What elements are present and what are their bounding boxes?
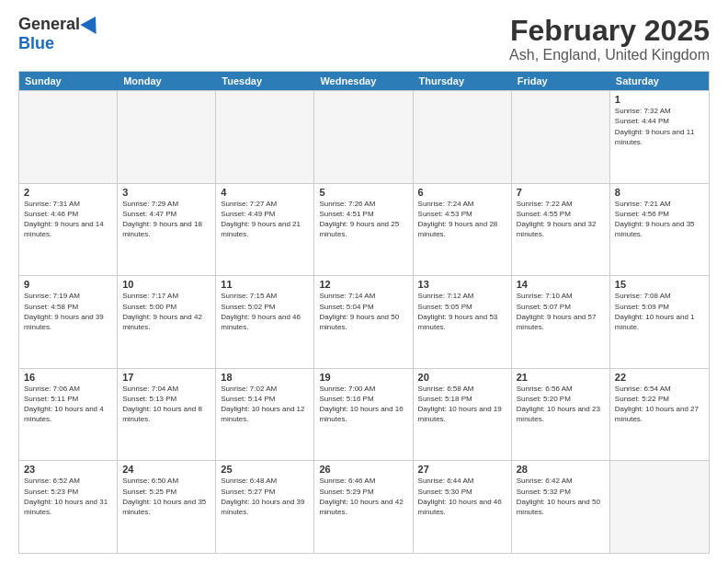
cell-info: Sunrise: 6:44 AM Sunset: 5:30 PM Dayligh… <box>418 476 506 517</box>
calendar-cell: 14Sunrise: 7:10 AM Sunset: 5:07 PM Dayli… <box>512 276 610 368</box>
calendar-cell: 4Sunrise: 7:27 AM Sunset: 4:49 PM Daylig… <box>216 184 314 276</box>
header-day-tuesday: Tuesday <box>216 72 314 90</box>
day-number: 14 <box>517 279 605 290</box>
cell-info: Sunrise: 6:48 AM Sunset: 5:27 PM Dayligh… <box>221 476 309 517</box>
cell-info: Sunrise: 7:14 AM Sunset: 5:04 PM Dayligh… <box>319 291 407 332</box>
page: General Blue February 2025 Ash, England,… <box>0 0 728 563</box>
header-day-sunday: Sunday <box>19 72 118 90</box>
header-day-thursday: Thursday <box>414 72 512 90</box>
day-number: 1 <box>615 94 704 105</box>
calendar-cell: 19Sunrise: 7:00 AM Sunset: 5:16 PM Dayli… <box>314 369 413 461</box>
cell-info: Sunrise: 7:12 AM Sunset: 5:05 PM Dayligh… <box>418 291 506 332</box>
calendar-cell: 17Sunrise: 7:04 AM Sunset: 5:13 PM Dayli… <box>118 369 216 461</box>
header: General Blue February 2025 Ash, England,… <box>18 15 710 63</box>
cell-info: Sunrise: 7:24 AM Sunset: 4:53 PM Dayligh… <box>418 199 506 240</box>
cell-info: Sunrise: 7:21 AM Sunset: 4:56 PM Dayligh… <box>615 199 704 240</box>
day-number: 8 <box>615 187 704 198</box>
calendar-cell: 2Sunrise: 7:31 AM Sunset: 4:46 PM Daylig… <box>19 184 118 276</box>
calendar-row-1: 2Sunrise: 7:31 AM Sunset: 4:46 PM Daylig… <box>19 183 709 276</box>
main-title: February 2025 <box>509 15 710 47</box>
logo-blue: Blue <box>18 34 54 53</box>
day-number: 26 <box>319 464 407 475</box>
day-number: 28 <box>517 464 605 475</box>
day-number: 15 <box>615 279 704 290</box>
cell-info: Sunrise: 6:52 AM Sunset: 5:23 PM Dayligh… <box>24 476 112 517</box>
cell-info: Sunrise: 6:46 AM Sunset: 5:29 PM Dayligh… <box>319 476 407 517</box>
calendar-cell: 15Sunrise: 7:08 AM Sunset: 5:09 PM Dayli… <box>610 276 709 368</box>
day-number: 18 <box>221 372 309 383</box>
cell-info: Sunrise: 7:08 AM Sunset: 5:09 PM Dayligh… <box>615 291 704 332</box>
day-number: 24 <box>122 464 210 475</box>
calendar-cell <box>314 91 413 183</box>
day-number: 13 <box>418 279 506 290</box>
calendar-cell: 8Sunrise: 7:21 AM Sunset: 4:56 PM Daylig… <box>610 184 709 276</box>
day-number: 21 <box>517 372 605 383</box>
day-number: 9 <box>24 279 112 290</box>
calendar-row-3: 16Sunrise: 7:06 AM Sunset: 5:11 PM Dayli… <box>19 368 709 461</box>
day-number: 3 <box>122 187 210 198</box>
calendar-row-2: 9Sunrise: 7:19 AM Sunset: 4:58 PM Daylig… <box>19 275 709 368</box>
cell-info: Sunrise: 7:32 AM Sunset: 4:44 PM Dayligh… <box>615 106 704 147</box>
calendar-cell <box>118 91 216 183</box>
cell-info: Sunrise: 6:58 AM Sunset: 5:18 PM Dayligh… <box>418 384 506 425</box>
cell-info: Sunrise: 7:17 AM Sunset: 5:00 PM Dayligh… <box>122 291 210 332</box>
cell-info: Sunrise: 7:19 AM Sunset: 4:58 PM Dayligh… <box>24 291 112 332</box>
cell-info: Sunrise: 7:27 AM Sunset: 4:49 PM Dayligh… <box>221 199 309 240</box>
calendar-cell: 21Sunrise: 6:56 AM Sunset: 5:20 PM Dayli… <box>512 369 610 461</box>
cell-info: Sunrise: 7:15 AM Sunset: 5:02 PM Dayligh… <box>221 291 309 332</box>
day-number: 17 <box>122 372 210 383</box>
calendar-cell: 23Sunrise: 6:52 AM Sunset: 5:23 PM Dayli… <box>19 461 118 553</box>
cell-info: Sunrise: 7:06 AM Sunset: 5:11 PM Dayligh… <box>24 384 112 425</box>
cell-info: Sunrise: 6:50 AM Sunset: 5:25 PM Dayligh… <box>122 476 210 517</box>
calendar-cell: 12Sunrise: 7:14 AM Sunset: 5:04 PM Dayli… <box>314 276 413 368</box>
day-number: 16 <box>24 372 112 383</box>
calendar-cell: 27Sunrise: 6:44 AM Sunset: 5:30 PM Dayli… <box>414 461 512 553</box>
calendar-body: 1Sunrise: 7:32 AM Sunset: 4:44 PM Daylig… <box>19 90 709 553</box>
day-number: 12 <box>319 279 407 290</box>
logo-triangle-icon <box>80 12 103 34</box>
calendar-cell <box>19 91 118 183</box>
day-number: 23 <box>24 464 112 475</box>
calendar-cell: 6Sunrise: 7:24 AM Sunset: 4:53 PM Daylig… <box>414 184 512 276</box>
calendar-cell <box>414 91 512 183</box>
calendar-cell <box>216 91 314 183</box>
calendar-cell: 1Sunrise: 7:32 AM Sunset: 4:44 PM Daylig… <box>610 91 709 183</box>
calendar-cell: 10Sunrise: 7:17 AM Sunset: 5:00 PM Dayli… <box>118 276 216 368</box>
cell-info: Sunrise: 7:10 AM Sunset: 5:07 PM Dayligh… <box>517 291 605 332</box>
calendar-cell: 18Sunrise: 7:02 AM Sunset: 5:14 PM Dayli… <box>216 369 314 461</box>
calendar: SundayMondayTuesdayWednesdayThursdayFrid… <box>18 71 710 554</box>
calendar-header: SundayMondayTuesdayWednesdayThursdayFrid… <box>19 72 709 90</box>
calendar-cell: 22Sunrise: 6:54 AM Sunset: 5:22 PM Dayli… <box>610 369 709 461</box>
day-number: 10 <box>122 279 210 290</box>
day-number: 6 <box>418 187 506 198</box>
calendar-cell: 28Sunrise: 6:42 AM Sunset: 5:32 PM Dayli… <box>512 461 610 553</box>
cell-info: Sunrise: 7:29 AM Sunset: 4:47 PM Dayligh… <box>122 199 210 240</box>
calendar-row-0: 1Sunrise: 7:32 AM Sunset: 4:44 PM Daylig… <box>19 90 709 183</box>
calendar-cell: 20Sunrise: 6:58 AM Sunset: 5:18 PM Dayli… <box>414 369 512 461</box>
cell-info: Sunrise: 7:26 AM Sunset: 4:51 PM Dayligh… <box>319 199 407 240</box>
calendar-cell: 11Sunrise: 7:15 AM Sunset: 5:02 PM Dayli… <box>216 276 314 368</box>
calendar-cell: 24Sunrise: 6:50 AM Sunset: 5:25 PM Dayli… <box>118 461 216 553</box>
calendar-cell <box>512 91 610 183</box>
header-day-friday: Friday <box>512 72 610 90</box>
logo: General Blue <box>18 15 101 53</box>
day-number: 7 <box>517 187 605 198</box>
day-number: 4 <box>221 187 309 198</box>
cell-info: Sunrise: 7:22 AM Sunset: 4:55 PM Dayligh… <box>517 199 605 240</box>
subtitle: Ash, England, United Kingdom <box>509 47 710 63</box>
cell-info: Sunrise: 7:02 AM Sunset: 5:14 PM Dayligh… <box>221 384 309 425</box>
calendar-row-4: 23Sunrise: 6:52 AM Sunset: 5:23 PM Dayli… <box>19 460 709 553</box>
cell-info: Sunrise: 6:54 AM Sunset: 5:22 PM Dayligh… <box>615 384 704 425</box>
calendar-cell: 25Sunrise: 6:48 AM Sunset: 5:27 PM Dayli… <box>216 461 314 553</box>
day-number: 11 <box>221 279 309 290</box>
calendar-cell: 5Sunrise: 7:26 AM Sunset: 4:51 PM Daylig… <box>314 184 413 276</box>
header-day-wednesday: Wednesday <box>314 72 413 90</box>
day-number: 27 <box>418 464 506 475</box>
calendar-cell: 13Sunrise: 7:12 AM Sunset: 5:05 PM Dayli… <box>414 276 512 368</box>
cell-info: Sunrise: 7:31 AM Sunset: 4:46 PM Dayligh… <box>24 199 112 240</box>
day-number: 19 <box>319 372 407 383</box>
day-number: 22 <box>615 372 704 383</box>
calendar-cell <box>610 461 709 553</box>
cell-info: Sunrise: 6:42 AM Sunset: 5:32 PM Dayligh… <box>517 476 605 517</box>
day-number: 20 <box>418 372 506 383</box>
